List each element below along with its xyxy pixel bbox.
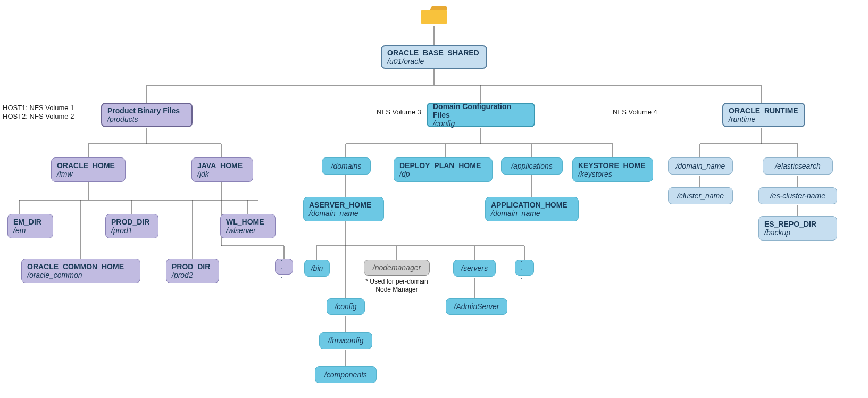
text-title: PROD_DIR bbox=[172, 262, 213, 271]
node-es-repo-dir: ES_REPO_DIR /backup bbox=[758, 216, 837, 241]
text-path: /backup bbox=[764, 228, 831, 237]
text-path: /prod1 bbox=[111, 226, 153, 235]
text-title: ORACLE_RUNTIME bbox=[729, 106, 799, 115]
text-path: /wlserver bbox=[226, 226, 270, 235]
label-host1: HOST1: NFS Volume 1 bbox=[3, 104, 74, 112]
node-rt-cluster: /cluster_name bbox=[668, 187, 733, 204]
text-path: /u01/oracle bbox=[387, 57, 481, 65]
text-path: /nodemanager bbox=[373, 263, 421, 272]
text-path: /domains bbox=[331, 162, 362, 170]
text-title: DEPLOY_PLAN_HOME bbox=[399, 161, 487, 170]
text-path: /oracle_common bbox=[27, 271, 135, 279]
text-path: /dp bbox=[399, 170, 487, 178]
node-oracle-home: ORACLE_HOME /fmw bbox=[51, 157, 126, 182]
text-title: ORACLE_HOME bbox=[57, 161, 120, 170]
node-components: /components bbox=[315, 366, 377, 383]
node-products: Product Binary Files /products bbox=[101, 103, 193, 127]
node-applications: /applications bbox=[501, 157, 563, 175]
text-title: Domain Configuration Files bbox=[433, 102, 529, 119]
text-path: /products bbox=[107, 115, 186, 123]
text-path: /keystores bbox=[578, 170, 647, 178]
label-nfs3: NFS Volume 3 bbox=[377, 108, 421, 116]
node-em-dir: EM_DIR /em bbox=[7, 214, 53, 238]
text-path: /domain_name bbox=[309, 209, 378, 218]
text-title: ASERVER_HOME bbox=[309, 201, 378, 209]
node-runtime: ORACLE_RUNTIME /runtime bbox=[722, 103, 805, 127]
node-prod-dir-2: PROD_DIR /prod2 bbox=[166, 259, 219, 283]
text-path: /config bbox=[335, 302, 356, 311]
node-aserver-home: ASERVER_HOME /domain_name bbox=[303, 197, 384, 221]
text-path: /runtime bbox=[729, 115, 799, 123]
node-fmwconfig: /fmwconfig bbox=[319, 332, 372, 349]
footnote-line1: * Used for per-domain bbox=[365, 278, 429, 286]
node-aserver-more: . . . bbox=[515, 260, 534, 276]
node-java-home: JAVA_HOME /jdk bbox=[191, 157, 253, 182]
node-rt-domain: /domain_name bbox=[668, 157, 733, 175]
text-path: /servers bbox=[461, 264, 488, 272]
node-config: Domain Configuration Files /config bbox=[427, 103, 535, 127]
text-title: ORACLE_BASE_SHARED bbox=[387, 48, 481, 57]
footnote-nodemanager: * Used for per-domain Node Manager bbox=[365, 278, 429, 294]
node-oracle-common-home: ORACLE_COMMON_HOME /oracle_common bbox=[21, 259, 140, 283]
text-title: EM_DIR bbox=[13, 218, 47, 226]
node-keystore-home: KEYSTORE_HOME /keystores bbox=[572, 157, 653, 182]
node-rt-elasticsearch: /elasticsearch bbox=[763, 157, 833, 175]
node-servers: /servers bbox=[453, 260, 496, 277]
text-title: APPLICATION_HOME bbox=[491, 201, 573, 209]
text-path: /elasticsearch bbox=[775, 162, 821, 170]
text-path: /AdminServer bbox=[454, 302, 499, 311]
text-title: Product Binary Files bbox=[107, 106, 186, 115]
footnote-line2: Node Manager bbox=[365, 286, 429, 294]
text-title: WL_HOME bbox=[226, 218, 270, 226]
node-rt-escluster: /es-cluster-name bbox=[758, 187, 837, 204]
label-host2: HOST2: NFS Volume 2 bbox=[3, 112, 74, 120]
node-oracle-base-shared: ORACLE_BASE_SHARED /u01/oracle bbox=[381, 45, 487, 69]
node-wl-home: WL_HOME /wlserver bbox=[220, 214, 276, 238]
text-path: /applications bbox=[511, 162, 553, 170]
node-application-home: APPLICATION_HOME /domain_name bbox=[485, 197, 579, 221]
node-nodemanager: /nodemanager bbox=[364, 260, 430, 276]
text-path: /bin bbox=[311, 264, 323, 272]
text-path: /es-cluster-name bbox=[770, 192, 825, 200]
text-title: PROD_DIR bbox=[111, 218, 153, 226]
text-path: /prod2 bbox=[172, 271, 213, 279]
text-title: ORACLE_COMMON_HOME bbox=[27, 262, 135, 271]
text-title: ES_REPO_DIR bbox=[764, 220, 831, 228]
text-path: /jdk bbox=[197, 170, 247, 178]
node-bin: /bin bbox=[304, 260, 330, 277]
folder-icon bbox=[420, 4, 448, 26]
node-adminserver: /AdminServer bbox=[446, 298, 507, 315]
text-path: /em bbox=[13, 226, 47, 235]
text-path: /fmwconfig bbox=[328, 336, 364, 345]
text-title: KEYSTORE_HOME bbox=[578, 161, 647, 170]
node-dconfig: /config bbox=[327, 298, 365, 315]
node-deploy-plan-home: DEPLOY_PLAN_HOME /dp bbox=[394, 157, 493, 182]
text-title: JAVA_HOME bbox=[197, 161, 247, 170]
node-prod-dir-1: PROD_DIR /prod1 bbox=[105, 214, 158, 238]
node-domains: /domains bbox=[322, 157, 371, 175]
node-jdk-more: . . . bbox=[275, 259, 293, 275]
text-path: /domain_name bbox=[491, 209, 573, 218]
text-path: /domain_name bbox=[676, 162, 725, 170]
text-path: . . . bbox=[521, 255, 528, 280]
text-path: /components bbox=[324, 370, 367, 379]
text-path: /config bbox=[433, 119, 529, 128]
text-path: . . . bbox=[281, 254, 287, 279]
text-path: /fmw bbox=[57, 170, 120, 178]
text-path: /cluster_name bbox=[677, 192, 724, 200]
label-nfs4: NFS Volume 4 bbox=[613, 108, 657, 116]
svg-rect-0 bbox=[421, 10, 447, 24]
